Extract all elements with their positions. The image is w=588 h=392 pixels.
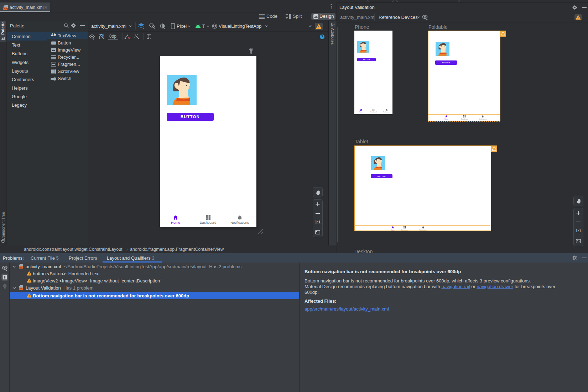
svg-text:<>: <> [19,266,22,269]
svg-text:<>: <> [19,287,22,290]
svg-text:<>: <> [4,7,7,10]
